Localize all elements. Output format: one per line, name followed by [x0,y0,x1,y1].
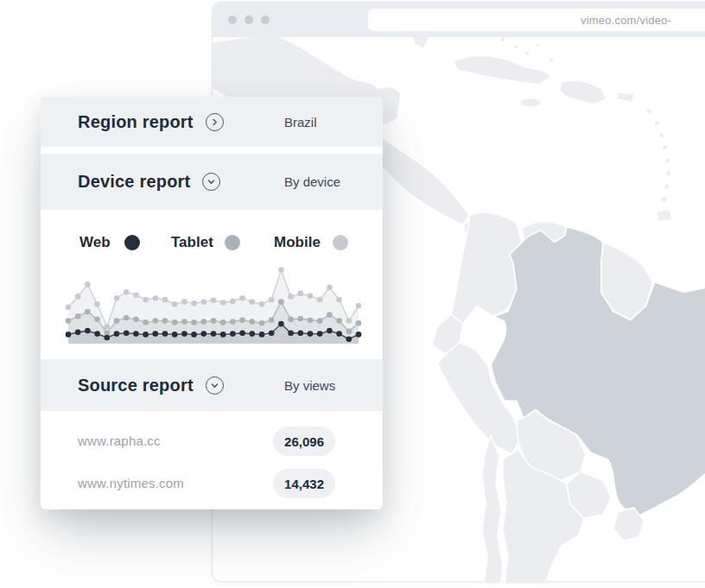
legend-label: Web [79,234,111,251]
map-country [482,435,503,583]
legend-item-mobile[interactable]: Mobile [274,227,348,258]
legend-label: Tablet [171,234,213,251]
url-text: vimeo.com/video- [581,14,671,27]
source-report-header[interactable]: Source report By views [41,359,383,411]
legend-dot-mobile [333,235,348,250]
map-islands [646,109,671,222]
analytics-panel: Region report Brazil Device report By de… [41,97,383,509]
window-control-dot[interactable] [228,16,237,24]
chevron-right-icon[interactable] [206,113,224,131]
device-report-header[interactable]: Device report By device [41,154,383,210]
source-report-value: By views [284,378,335,393]
map-country [560,80,607,104]
source-domain: www.nytimes.com [78,476,184,490]
map-country [617,92,634,102]
region-report-value: Brazil [284,115,317,130]
window-control-dot[interactable] [261,16,270,24]
chevron-down-icon[interactable] [202,173,220,191]
map-islands [500,37,554,62]
legend-dot-web [124,235,140,250]
browser-chrome-bar: vimeo.com/video- [213,3,705,37]
map-country [411,37,430,49]
window-control-dot[interactable] [245,16,253,24]
url-bar[interactable]: vimeo.com/video- [368,9,705,31]
region-report-title: Region report [78,112,194,132]
source-domain: www.rapha.cc [78,433,161,448]
device-chart [63,262,364,349]
legend-item-tablet[interactable]: Tablet [171,227,240,258]
chart-legend: Web Tablet Mobile [41,227,383,258]
views-badge: 14,432 [273,469,335,498]
map-country [520,98,541,107]
map-country [453,56,551,85]
views-badge: 26,096 [273,427,335,456]
source-row[interactable]: www.nytimes.com 14,432 [41,469,383,498]
chevron-down-icon[interactable] [206,376,224,395]
source-row[interactable]: www.rapha.cc 26,096 [41,427,383,456]
device-report-title: Device report [78,172,190,192]
legend-item-web[interactable]: Web [79,227,140,258]
window-controls[interactable] [228,16,270,24]
region-report-header[interactable]: Region report Brazil [41,97,383,147]
device-report-value: By device [284,174,340,189]
legend-label: Mobile [274,234,321,251]
legend-dot-tablet [225,235,240,250]
source-report-title: Source report [78,376,194,395]
